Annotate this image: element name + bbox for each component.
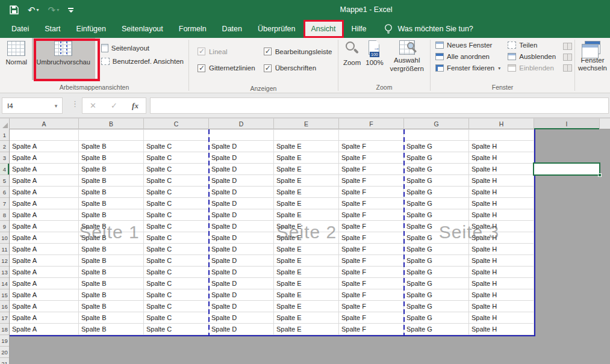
cell-D11[interactable]: Spalte D [209, 244, 274, 255]
tab-einfgen[interactable]: Einfügen [69, 20, 114, 38]
cell-A15[interactable]: Spalte A [10, 289, 79, 301]
row-header-17[interactable]: 17 [0, 312, 9, 324]
cell-D14[interactable]: Spalte D [209, 278, 274, 289]
cell-C12[interactable]: Spalte C [144, 255, 209, 267]
select-all-corner[interactable] [0, 119, 10, 129]
normal-view-button[interactable]: Normal [1, 38, 32, 66]
cell-F1[interactable] [339, 129, 404, 141]
cell-G16[interactable]: Spalte G [404, 301, 469, 312]
formula-input[interactable] [150, 97, 609, 114]
undo-button[interactable]: ↶▾ [28, 5, 39, 14]
cell-E18[interactable]: Spalte E [274, 324, 339, 335]
cell-B14[interactable]: Spalte B [79, 278, 144, 289]
cell-A3[interactable]: Spalte A [10, 152, 79, 164]
cell-H1[interactable] [469, 129, 534, 141]
cell-B15[interactable]: Spalte B [79, 289, 144, 301]
row-header-4[interactable]: 4 [0, 164, 9, 175]
cell-F13[interactable]: Spalte F [339, 267, 404, 278]
cell-H11[interactable]: Spalte H [469, 244, 534, 255]
cell-A7[interactable]: Spalte A [10, 198, 79, 209]
cell-A11[interactable]: Spalte A [10, 244, 79, 255]
cell-E8[interactable]: Spalte E [274, 209, 339, 221]
column-header-i[interactable]: I [534, 119, 600, 129]
cell-D13[interactable]: Spalte D [209, 267, 274, 278]
tab-formeln[interactable]: Formeln [171, 20, 214, 38]
tab-seitenlayout[interactable]: Seitenlayout [114, 20, 171, 38]
cell-F7[interactable]: Spalte F [339, 198, 404, 209]
zoom-button[interactable]: Zoom [343, 40, 361, 73]
cell-A8[interactable]: Spalte A [10, 209, 79, 221]
tab-daten[interactable]: Daten [214, 20, 250, 38]
cell-A10[interactable]: Spalte A [10, 232, 79, 244]
row-header-19[interactable]: 19 [0, 335, 9, 347]
row-header-15[interactable]: 15 [0, 289, 9, 301]
cell-E5[interactable]: Spalte E [274, 175, 339, 187]
cell-B8[interactable]: Spalte B [79, 209, 144, 221]
row-header-12[interactable]: 12 [0, 255, 9, 267]
name-box-dropdown-icon[interactable]: ▾ [50, 103, 62, 109]
page-break-line-1[interactable] [208, 129, 210, 335]
cell-G18[interactable]: Spalte G [404, 324, 469, 335]
cell-E17[interactable]: Spalte E [274, 312, 339, 324]
cell-F5[interactable]: Spalte F [339, 175, 404, 187]
cell-G12[interactable]: Spalte G [404, 255, 469, 267]
cell-C4[interactable]: Spalte C [144, 164, 209, 175]
column-header-h[interactable]: H [469, 119, 534, 129]
cell-B17[interactable]: Spalte B [79, 312, 144, 324]
cell-D6[interactable]: Spalte D [209, 187, 274, 198]
column-header-f[interactable]: F [339, 119, 404, 129]
cell-E12[interactable]: Spalte E [274, 255, 339, 267]
cell-A14[interactable]: Spalte A [10, 278, 79, 289]
cell-H2[interactable]: Spalte H [469, 141, 534, 152]
cell-G6[interactable]: Spalte G [404, 187, 469, 198]
row-header-8[interactable]: 8 [0, 209, 9, 221]
row-header-10[interactable]: 10 [0, 232, 9, 244]
row-header-18[interactable]: 18 [0, 324, 9, 335]
column-header-a[interactable]: A [10, 119, 79, 129]
cell-G1[interactable] [404, 129, 469, 141]
row-header-2[interactable]: 2 [0, 141, 9, 152]
cell-B5[interactable]: Spalte B [79, 175, 144, 187]
cell-E1[interactable] [274, 129, 339, 141]
cell-E15[interactable]: Spalte E [274, 289, 339, 301]
new-window-button[interactable]: Neues Fenster [435, 42, 500, 49]
cell-F2[interactable]: Spalte F [339, 141, 404, 152]
cell-D17[interactable]: Spalte D [209, 312, 274, 324]
cell-D2[interactable]: Spalte D [209, 141, 274, 152]
formula-bar-checkbox[interactable]: Bearbeitungsleiste [264, 43, 332, 60]
zoom-to-selection-button[interactable]: Auswahl vergrößern [388, 40, 426, 73]
column-header-d[interactable]: D [209, 119, 274, 129]
cell-H3[interactable]: Spalte H [469, 152, 534, 164]
cell-G2[interactable]: Spalte G [404, 141, 469, 152]
custom-views-button[interactable]: Benutzerdef. Ansichten [101, 58, 184, 65]
cell-F18[interactable]: Spalte F [339, 324, 404, 335]
cell-E13[interactable]: Spalte E [274, 267, 339, 278]
cell-G13[interactable]: Spalte G [404, 267, 469, 278]
column-header-c[interactable]: C [144, 119, 209, 129]
cell-E16[interactable]: Spalte E [274, 301, 339, 312]
cell-C3[interactable]: Spalte C [144, 152, 209, 164]
cell-A13[interactable]: Spalte A [10, 267, 79, 278]
cell-D18[interactable]: Spalte D [209, 324, 274, 335]
cell-D4[interactable]: Spalte D [209, 164, 274, 175]
cell-B1[interactable] [79, 129, 144, 141]
headings-checkbox-icon[interactable] [264, 64, 272, 72]
cell-C8[interactable]: Spalte C [144, 209, 209, 221]
cell-F3[interactable]: Spalte F [339, 152, 404, 164]
row-header-11[interactable]: 11 [0, 244, 9, 255]
cell-A9[interactable]: Spalte A [10, 221, 79, 232]
split-button[interactable]: Teilen [508, 42, 556, 49]
cell-A2[interactable]: Spalte A [10, 141, 79, 152]
page-layout-button[interactable]: Seitenlayout [101, 44, 184, 52]
cell-F9[interactable]: Spalte F [339, 221, 404, 232]
cell-B12[interactable]: Spalte B [79, 255, 144, 267]
cell-G3[interactable]: Spalte G [404, 152, 469, 164]
column-header-e[interactable]: E [274, 119, 339, 129]
tell-me-box[interactable]: Was möchten Sie tun? [375, 20, 473, 38]
tab-hilfe[interactable]: Hilfe [344, 20, 375, 38]
zoom-100-button[interactable]: → 100 100% [366, 40, 383, 73]
gridlines-checkbox[interactable]: Gitternetzlinien [198, 60, 255, 77]
formula-bar-drag-dots[interactable]: ⋮ [71, 99, 79, 108]
row-header-16[interactable]: 16 [0, 301, 9, 312]
cell-G14[interactable]: Spalte G [404, 278, 469, 289]
